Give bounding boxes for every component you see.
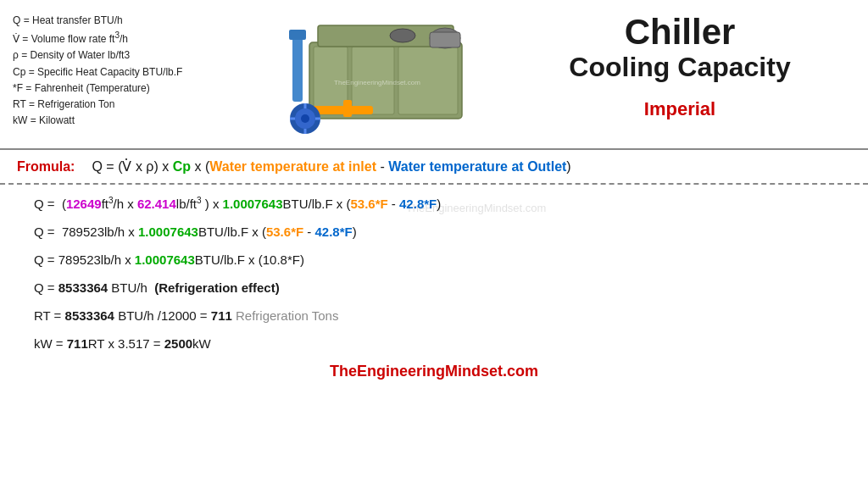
formula-label: Fromula:: [17, 159, 75, 175]
calc-line-5: RT = 8533364 BTU/h /12000 = 711 Refriger…: [34, 307, 834, 324]
calc-line-1: Q = (12649ft3/h x 62.414lb/ft3 ) x 1.000…: [34, 195, 834, 213]
main-title: Chiller: [625, 13, 736, 52]
legend-item: kW = Kilowatt: [13, 113, 250, 129]
legend-item: ρ = Density of Water lb/ft3: [13, 47, 250, 64]
legend-item: V̇ = Volume flow rate ft3/h: [13, 29, 250, 47]
legend-section: Q = Heat transfer BTU/h V̇ = Volume flow…: [13, 8, 250, 140]
calc-line-3: Q = 789523lb/h x 1.0007643BTU/lb.F x (10…: [34, 251, 834, 269]
svg-rect-18: [430, 32, 460, 47]
legend-item: *F = Fahrenheit (Temperature): [13, 80, 250, 97]
chiller-illustration: TheEngineeringMindset.com: [250, 8, 504, 140]
sub-title: Cooling Capacity: [569, 52, 790, 83]
formula-text: Q = (V̇ x ρ) x Cp x (Water temperature a…: [92, 158, 570, 175]
legend-item: Q = Heat transfer BTU/h: [13, 13, 250, 29]
formula-section: Fromula: Q = (V̇ x ρ) x Cp x (Water temp…: [0, 148, 868, 185]
unit-label: Imperial: [644, 98, 715, 120]
calc-line-6: kW = 711RT x 3.517 = 2500kW: [34, 335, 834, 352]
svg-point-19: [390, 29, 415, 42]
calculations-section: TheEngineeringMindset.com Q = (12649ft3/…: [0, 185, 868, 391]
title-section: Chiller Cooling Capacity Imperial: [504, 8, 855, 140]
svg-rect-6: [289, 30, 306, 40]
calc-line-4: Q = 8533364 BTU/h (Refrigeration effect): [34, 279, 834, 297]
calc-line-2: Q = 789523lb/h x 1.0007643BTU/lb.F x (53…: [34, 223, 834, 241]
legend-item: Cp = Specific Heat Capacity BTU/lb.F: [13, 64, 250, 80]
legend-item: RT = Refrigeration Ton: [13, 97, 250, 113]
svg-point-11: [301, 114, 309, 123]
svg-text:TheEngineeringMindset.com: TheEngineeringMindset.com: [334, 79, 420, 86]
svg-rect-5: [292, 34, 303, 102]
svg-rect-8: [343, 100, 352, 117]
footer-brand: TheEngineeringMindset.com: [34, 363, 834, 380]
